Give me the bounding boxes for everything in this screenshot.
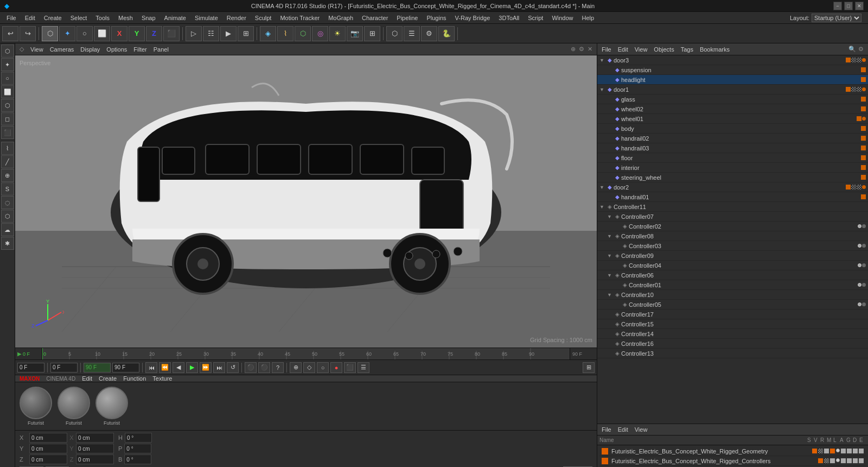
obj-menu-objects[interactable]: Objects — [654, 46, 674, 53]
obj-item-handrail02[interactable]: ◆ handrail02 — [597, 134, 868, 143]
menu-character[interactable]: Character — [358, 14, 392, 22]
menu-snap[interactable]: Snap — [137, 14, 160, 22]
obj-item-headlight[interactable]: ◆ headlight — [597, 75, 868, 85]
material-item-3[interactable]: Futurist — [95, 387, 128, 426]
boole-tool-button[interactable]: ☰ — [404, 26, 420, 41]
menu-3dtoall[interactable]: 3DToAll — [494, 14, 524, 22]
coord-p-val[interactable] — [124, 444, 151, 453]
obj-item-controller09[interactable]: ▼ ◈ Controller09 — [597, 251, 868, 261]
left-tool-knife[interactable]: ⌇ — [1, 142, 14, 155]
menu-plugins[interactable]: Plugins — [422, 14, 450, 22]
obj-item-door3[interactable]: ▼ ◆ door3 — [597, 55, 868, 65]
obj-item-controller06[interactable]: ▼ ◈ Controller06 — [597, 270, 868, 280]
fps-input[interactable] — [112, 363, 139, 373]
obj-item-controller04[interactable]: ◈ Controller04 — [597, 261, 868, 270]
obj-search-icon[interactable]: 🔍 — [848, 46, 856, 53]
menu-window[interactable]: Window — [547, 14, 577, 22]
record-button[interactable]: ⚫ — [258, 362, 270, 373]
menu-create[interactable]: Create — [40, 14, 66, 22]
menu-help[interactable]: Help — [578, 14, 599, 22]
expand-arrow-Controller10[interactable]: ▼ — [607, 292, 614, 298]
left-tool-paint[interactable]: ◻ — [1, 112, 14, 125]
mat-menu-edit[interactable]: Edit — [82, 375, 92, 382]
left-tool-rect[interactable]: ⬜ — [1, 85, 14, 98]
select-tool-button[interactable]: ✦ — [59, 26, 75, 41]
expand-arrow-Controller07[interactable]: ▼ — [607, 214, 614, 219]
mat-menu-function[interactable]: Function — [123, 375, 146, 382]
close-button[interactable]: ✕ — [855, 2, 864, 10]
spline-tool-button[interactable]: ⌇ — [277, 26, 293, 41]
obj-item-controller03[interactable]: ◈ Controller03 — [597, 241, 868, 251]
layout-button[interactable]: ☰ — [358, 362, 369, 373]
menu-vray[interactable]: V-Ray Bridge — [451, 14, 495, 22]
material-ball-3[interactable] — [95, 387, 128, 419]
obj-item-controller11[interactable]: ▼ ◈ Controller11 — [597, 202, 868, 212]
viewport-3d[interactable]: X Y Z Perspective Grid Spacing : 1000 cm — [15, 55, 597, 348]
snap-button[interactable]: ⊕ — [290, 362, 302, 373]
help-button[interactable]: ? — [272, 362, 284, 373]
camera-tool-button[interactable]: 📷 — [347, 26, 363, 41]
expand-arrow-door2[interactable]: ▼ — [599, 185, 606, 190]
scale-tool-button[interactable]: ○ — [76, 26, 93, 41]
menu-render[interactable]: Render — [222, 14, 251, 22]
obj-item-controller16[interactable]: ◈ Controller16 — [597, 339, 868, 349]
left-tool-measure[interactable]: ╱ — [1, 155, 14, 168]
left-tool-brush[interactable]: ☁ — [1, 223, 14, 236]
record-active-button[interactable]: ● — [330, 362, 342, 373]
play-button[interactable]: ▶ — [186, 362, 198, 373]
obj-item-suspension[interactable]: ◆ suspension — [597, 65, 868, 75]
menu-mesh[interactable]: Mesh — [114, 14, 137, 22]
menu-simulate[interactable]: Simulate — [190, 14, 222, 22]
nurbs-tool-button[interactable]: ⬡ — [295, 26, 311, 41]
obj-settings-icon[interactable]: ⚙ — [858, 46, 864, 53]
rotate-tool-button[interactable]: ⬜ — [94, 26, 110, 41]
coord-b-val[interactable] — [124, 455, 151, 464]
step-forward-button[interactable]: ⏩ — [200, 362, 212, 373]
coord-y-pos[interactable] — [29, 444, 67, 453]
object-list[interactable]: ▼ ◆ door3 ◆ suspension ◆ headlight ▼ ◆ d… — [597, 55, 868, 424]
geo-row-geometry[interactable]: Futuristic_Electric_Bus_Concept_White_Ri… — [599, 446, 866, 456]
expand-arrow-Controller06[interactable]: ▼ — [607, 273, 614, 278]
obj-item-interior[interactable]: ◆ interior — [597, 163, 868, 173]
obj-menu-file[interactable]: File — [602, 46, 611, 53]
current-frame-input[interactable] — [17, 363, 44, 373]
step-back-button[interactable]: ⏪ — [159, 362, 171, 373]
viewport-close-icon[interactable]: ✕ — [588, 46, 592, 53]
menu-sculpt[interactable]: Sculpt — [251, 14, 276, 22]
obj-item-controller17[interactable]: ◈ Controller17 — [597, 310, 868, 319]
menu-animate[interactable]: Animate — [160, 14, 190, 22]
path-button[interactable]: ○ — [317, 362, 329, 373]
deformer-tool-button[interactable]: ◎ — [312, 26, 328, 41]
obj-item-handrail01[interactable]: ◆ handrail01 — [597, 192, 868, 202]
left-tool-stamp[interactable]: ✱ — [1, 237, 14, 250]
transform-button[interactable]: ⬛ — [163, 26, 180, 41]
menu-pipeline[interactable]: Pipeline — [392, 14, 422, 22]
obj-item-door1[interactable]: ▼ ◆ door1 — [597, 85, 868, 94]
python-tool-button[interactable]: 🐍 — [438, 26, 455, 41]
obj-item-controller01[interactable]: ◈ Controller01 — [597, 280, 868, 290]
viewport-menu-panel[interactable]: Panel — [154, 46, 169, 53]
geo-row-controllers[interactable]: Futuristic_Electric_Bus_Concept_White_Ri… — [599, 456, 866, 466]
x-axis-button[interactable]: X — [111, 26, 127, 41]
obj-item-controller05[interactable]: ◈ Controller05 — [597, 300, 868, 310]
render-queue-button[interactable]: ⊞ — [238, 26, 254, 41]
mat-menu-create[interactable]: Create — [99, 375, 117, 382]
menu-motion-tracker[interactable]: Motion Tracker — [276, 14, 324, 22]
obj-item-controller02[interactable]: ◈ Controller02 — [597, 222, 868, 231]
obj-menu-edit[interactable]: Edit — [618, 46, 628, 53]
keyframe-button[interactable]: ◇ — [303, 362, 315, 373]
left-tool-weld[interactable]: ◌ — [1, 196, 14, 209]
viewport-expand-icon[interactable]: ⊕ — [571, 46, 576, 53]
minimize-button[interactable]: − — [833, 2, 842, 10]
viewport-menu-filter[interactable]: Filter — [133, 46, 146, 53]
obj-item-floor[interactable]: ◆ floor — [597, 153, 868, 163]
auto-key-button[interactable]: ⚫ — [245, 362, 257, 373]
obj-item-body[interactable]: ◆ body — [597, 124, 868, 134]
play-back-button[interactable]: ◀ — [173, 362, 184, 373]
attr-menu-edit[interactable]: Edit — [618, 426, 628, 433]
timeline-ruler[interactable]: ▶ 0 F 0 5 10 15 20 — [15, 348, 597, 359]
grid-tool-button[interactable]: ⊞ — [364, 26, 380, 41]
timeline-track[interactable]: 0 5 10 15 20 25 30 35 40 — [42, 348, 570, 359]
attr-menu-file[interactable]: File — [602, 426, 611, 433]
obj-menu-tags[interactable]: Tags — [681, 46, 693, 53]
